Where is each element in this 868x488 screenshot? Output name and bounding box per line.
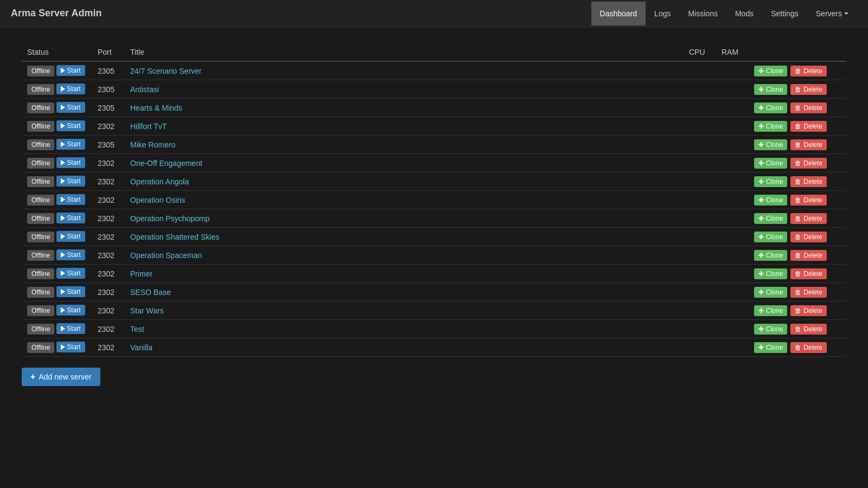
row-actions: ✚ Clone 🗑 Delete (754, 121, 841, 132)
nav-link-dashboard[interactable]: Dashboard (591, 2, 646, 25)
nav-item-missions[interactable]: Missions (679, 2, 726, 25)
start-button[interactable]: Start (56, 157, 85, 168)
server-link[interactable]: Operation Psychopomp (130, 214, 209, 223)
clone-button[interactable]: ✚ Clone (754, 287, 787, 298)
server-link[interactable]: Operation Angola (130, 177, 189, 186)
start-button[interactable]: Start (56, 342, 85, 352)
clone-button[interactable]: ✚ Clone (754, 268, 787, 279)
server-link[interactable]: Primer (130, 269, 152, 278)
delete-button[interactable]: 🗑 Delete (790, 268, 827, 279)
start-button[interactable]: Start (56, 213, 85, 223)
cell-status: Offline Start (22, 320, 92, 338)
add-server-button[interactable]: + Add new server (22, 368, 100, 386)
start-button[interactable]: Start (56, 268, 85, 279)
cell-title: One-Off Engagement (125, 154, 684, 172)
clone-button[interactable]: ✚ Clone (754, 250, 787, 261)
table-row: Offline Start 2302 Operation Psychopomp … (22, 209, 846, 228)
start-button[interactable]: Start (56, 323, 85, 334)
delete-button[interactable]: 🗑 Delete (790, 305, 827, 316)
clone-button[interactable]: ✚ Clone (754, 176, 787, 187)
nav-item-dashboard[interactable]: Dashboard (591, 2, 646, 25)
cell-cpu (684, 320, 716, 338)
status-badge: Offline (27, 232, 54, 242)
server-link[interactable]: SESO Base (130, 288, 171, 297)
clone-button[interactable]: ✚ Clone (754, 84, 787, 95)
start-button[interactable]: Start (56, 102, 85, 113)
delete-button[interactable]: 🗑 Delete (790, 232, 827, 242)
nav-item-servers[interactable]: Servers (807, 2, 857, 25)
start-button[interactable]: Start (56, 286, 85, 297)
nav-item-mods[interactable]: Mods (726, 2, 762, 25)
start-button[interactable]: Start (56, 176, 85, 187)
server-link[interactable]: Antistasi (130, 85, 159, 94)
table-row: Offline Start 2302 Star Wars ✚ Clone 🗑 D… (22, 301, 846, 320)
nav-link-settings[interactable]: Settings (762, 2, 807, 25)
delete-button[interactable]: 🗑 Delete (790, 287, 827, 298)
clone-button[interactable]: ✚ Clone (754, 121, 787, 132)
nav-link-servers[interactable]: Servers (807, 2, 857, 25)
delete-button[interactable]: 🗑 Delete (790, 139, 827, 150)
server-link[interactable]: Vanilla (130, 343, 152, 352)
clone-button[interactable]: ✚ Clone (754, 232, 787, 242)
start-button[interactable]: Start (56, 305, 85, 316)
delete-button[interactable]: 🗑 Delete (790, 158, 827, 169)
cell-port: 2302 (92, 117, 125, 136)
delete-button[interactable]: 🗑 Delete (790, 84, 827, 95)
start-button[interactable]: Start (56, 139, 85, 150)
server-link[interactable]: Operation Shattered Skies (130, 233, 219, 241)
server-link[interactable]: Hillfort TvT (130, 122, 167, 131)
clone-button[interactable]: ✚ Clone (754, 195, 787, 206)
nav-link-logs[interactable]: Logs (646, 2, 679, 25)
start-button[interactable]: Start (56, 84, 85, 94)
server-link[interactable]: Hearts & Minds (130, 104, 182, 112)
delete-button[interactable]: 🗑 Delete (790, 102, 827, 113)
delete-button[interactable]: 🗑 Delete (790, 121, 827, 132)
server-link[interactable]: 24/7 Scenario Server (130, 67, 202, 75)
server-link[interactable]: Mike Romero (130, 140, 175, 149)
status-badge: Offline (27, 84, 54, 95)
server-link[interactable]: Test (130, 325, 144, 333)
delete-button[interactable]: 🗑 Delete (790, 66, 827, 76)
nav-item-settings[interactable]: Settings (762, 2, 807, 25)
start-label: Start (67, 269, 80, 277)
start-button[interactable]: Start (56, 194, 85, 205)
clone-button[interactable]: ✚ Clone (754, 324, 787, 335)
delete-button[interactable]: 🗑 Delete (790, 250, 827, 261)
clone-button[interactable]: ✚ Clone (754, 102, 787, 113)
clone-button[interactable]: ✚ Clone (754, 213, 787, 224)
cell-port: 2302 (92, 283, 125, 301)
start-label: Start (67, 177, 80, 185)
delete-button[interactable]: 🗑 Delete (790, 342, 827, 353)
server-link[interactable]: Star Wars (130, 306, 164, 315)
nav-link-mods[interactable]: Mods (726, 2, 762, 25)
row-actions: ✚ Clone 🗑 Delete (754, 158, 841, 169)
clone-button[interactable]: ✚ Clone (754, 342, 787, 353)
delete-button[interactable]: 🗑 Delete (790, 213, 827, 224)
nav-item-logs[interactable]: Logs (646, 2, 679, 25)
cell-port: 2302 (92, 320, 125, 338)
start-button[interactable]: Start (56, 65, 85, 76)
clone-button[interactable]: ✚ Clone (754, 66, 787, 76)
clone-button[interactable]: ✚ Clone (754, 139, 787, 150)
table-row: Offline Start 2302 Operation Osiris ✚ Cl… (22, 191, 846, 209)
clone-button[interactable]: ✚ Clone (754, 305, 787, 316)
cell-actions: ✚ Clone 🗑 Delete (749, 80, 846, 99)
server-link[interactable]: Operation Spaceman (130, 251, 202, 260)
delete-button[interactable]: 🗑 Delete (790, 195, 827, 206)
server-link[interactable]: One-Off Engagement (130, 159, 202, 168)
plus-circle-icon: ✚ (758, 104, 764, 112)
start-button[interactable]: Start (56, 249, 85, 260)
start-button[interactable]: Start (56, 120, 85, 131)
cell-port: 2302 (92, 172, 125, 191)
table-row: Offline Start 2305 24/7 Scenario Server … (22, 61, 846, 80)
status-badge: Offline (27, 305, 54, 316)
delete-button[interactable]: 🗑 Delete (790, 176, 827, 187)
table-row: Offline Start 2302 Vanilla ✚ Clone 🗑 Del… (22, 338, 846, 357)
cell-status: Offline Start (22, 338, 92, 357)
server-link[interactable]: Operation Osiris (130, 196, 185, 204)
delete-button[interactable]: 🗑 Delete (790, 324, 827, 335)
nav-link-missions[interactable]: Missions (679, 2, 726, 25)
clone-button[interactable]: ✚ Clone (754, 158, 787, 169)
status-badge: Offline (27, 268, 54, 279)
start-button[interactable]: Start (56, 231, 85, 242)
